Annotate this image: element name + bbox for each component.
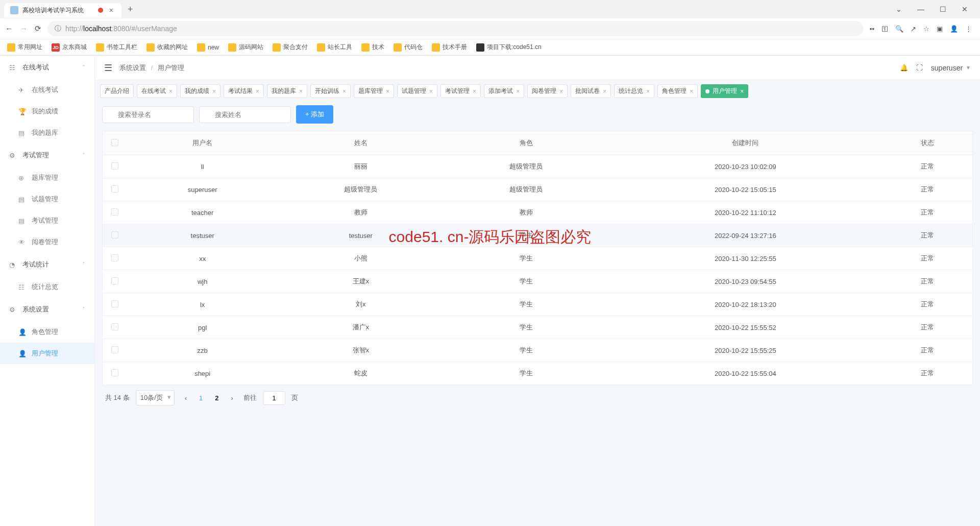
profile-icon[interactable]: 👤: [950, 25, 958, 33]
sidebar-item[interactable]: ⊕题库管理: [0, 167, 94, 188]
search-icon[interactable]: 🔍: [895, 25, 903, 33]
maximize-button[interactable]: ☐: [936, 3, 950, 15]
share-icon[interactable]: ↗: [911, 25, 916, 33]
tab-close-icon[interactable]: ×: [169, 88, 173, 95]
sidebar-group-head[interactable]: ☷在线考试˄: [0, 56, 94, 79]
tab-close-icon[interactable]: ×: [559, 88, 563, 95]
forward-button[interactable]: →: [20, 24, 28, 33]
sidebar-group-head[interactable]: ◔考试统计˄: [0, 253, 94, 276]
bookmark-item[interactable]: 技术: [361, 43, 384, 52]
user-menu[interactable]: superuser ▼: [931, 64, 971, 72]
video-icon[interactable]: ▪▪: [870, 25, 874, 33]
view-tab[interactable]: 开始训练×: [310, 84, 351, 98]
table-row[interactable]: zzb 张智x 学生 2020-10-22 15:55:25 正常: [103, 339, 973, 362]
browser-tab[interactable]: 高校培训考试学习系统 ×: [4, 3, 121, 18]
view-tab[interactable]: 试题管理×: [397, 84, 437, 98]
search-loginname-input[interactable]: [102, 106, 194, 123]
new-tab-button[interactable]: +: [121, 4, 139, 15]
table-row[interactable]: superuser 超级管理员 超级管理员 2020-10-22 15:05:1…: [103, 178, 973, 201]
bookmark-item[interactable]: 技术手册: [432, 43, 467, 52]
next-page[interactable]: ›: [227, 392, 237, 404]
table-row[interactable]: pgl 潘广x 学生 2020-10-22 15:55:52 正常: [103, 316, 973, 339]
bookmark-item[interactable]: 站长工具: [317, 43, 352, 52]
row-checkbox[interactable]: [111, 231, 118, 238]
table-row[interactable]: testuser testuser 学生 2022-09-24 13:27:16…: [103, 224, 973, 247]
view-tab[interactable]: 考试结果×: [224, 84, 264, 98]
goto-input[interactable]: [263, 391, 285, 405]
prev-page[interactable]: ‹: [181, 392, 191, 404]
search-name-input[interactable]: [199, 106, 291, 123]
tab-close-icon[interactable]: ×: [646, 88, 650, 95]
site-info-icon[interactable]: ⓘ: [55, 24, 61, 33]
sidebar-item[interactable]: ☷统计总览: [0, 276, 94, 298]
tab-close-icon[interactable]: ×: [386, 88, 389, 95]
sidebar-item[interactable]: 👤用户管理: [0, 343, 94, 364]
tab-close-icon[interactable]: ×: [603, 88, 606, 95]
tab-close-icon[interactable]: ×: [690, 88, 693, 95]
bookmark-item[interactable]: 源码网站: [228, 43, 263, 52]
page-number[interactable]: 2: [211, 392, 223, 404]
table-row[interactable]: ll 丽丽 超级管理员 2020-10-23 10:02:09 正常: [103, 155, 973, 178]
page-number[interactable]: 1: [195, 392, 207, 404]
sidebar-item[interactable]: ▤我的题库: [0, 122, 94, 144]
panel-icon[interactable]: ▣: [937, 25, 943, 33]
star-icon[interactable]: ☆: [923, 25, 929, 33]
view-tab[interactable]: 在线考试×: [137, 84, 177, 98]
sidebar-item[interactable]: ✈在线考试: [0, 79, 94, 101]
checkbox-all[interactable]: [111, 139, 118, 146]
view-tab[interactable]: 批阅试卷×: [571, 84, 611, 98]
row-checkbox[interactable]: [111, 162, 118, 170]
sidebar-item[interactable]: ▤考试管理: [0, 210, 94, 231]
view-tab[interactable]: 产品介绍: [100, 84, 134, 98]
tab-close-icon[interactable]: ×: [429, 88, 433, 95]
bookmark-item[interactable]: 收藏的网址: [146, 43, 188, 52]
row-checkbox[interactable]: [111, 346, 118, 353]
sidebar-group-head[interactable]: ⚙考试管理˄: [0, 144, 94, 167]
table-row[interactable]: xx 小熊 学生 2020-11-30 12:25:55 正常: [103, 247, 973, 270]
bookmark-item[interactable]: 代码仓: [394, 43, 423, 52]
menu-icon[interactable]: ⋮: [965, 25, 972, 33]
table-row[interactable]: shepi 蛇皮 学生 2020-10-22 15:55:04 正常: [103, 362, 973, 385]
tab-close-icon[interactable]: ×: [473, 88, 476, 95]
bookmark-item[interactable]: 聚合支付: [273, 43, 308, 52]
view-tab[interactable]: 阅卷管理×: [527, 84, 568, 98]
page-size-select[interactable]: 10条/页: [136, 390, 175, 405]
back-button[interactable]: ←: [5, 24, 13, 33]
view-tab[interactable]: 题库管理×: [354, 84, 394, 98]
minimize-button[interactable]: —: [913, 3, 928, 15]
sidebar-item[interactable]: 👁阅卷管理: [0, 231, 94, 253]
sidebar-group-head[interactable]: ⚙系统设置˄: [0, 298, 94, 321]
tab-close-icon[interactable]: ×: [342, 88, 346, 95]
tab-close-icon[interactable]: ×: [740, 88, 744, 95]
sidebar-item[interactable]: 👤角色管理: [0, 321, 94, 343]
row-checkbox[interactable]: [111, 323, 118, 330]
tab-close-icon[interactable]: ×: [516, 88, 520, 95]
crumb-parent[interactable]: 系统设置: [119, 64, 146, 71]
tab-close-icon[interactable]: ×: [256, 88, 259, 95]
view-tab[interactable]: 统计总览×: [614, 84, 654, 98]
row-checkbox[interactable]: [111, 254, 118, 261]
view-tab[interactable]: 我的题库×: [267, 84, 307, 98]
bookmark-item[interactable]: 项目下载:code51.cn: [476, 43, 542, 52]
sidebar-item[interactable]: 🏆我的成绩: [0, 101, 94, 122]
hamburger-icon[interactable]: ☰: [104, 62, 112, 74]
view-tab[interactable]: 考试管理×: [440, 84, 481, 98]
key-icon[interactable]: ⚿: [881, 25, 888, 33]
view-tab-active[interactable]: 用户管理×: [701, 84, 748, 98]
bookmark-item[interactable]: JD京东商城: [52, 43, 87, 52]
bookmark-item[interactable]: new: [197, 43, 219, 52]
bookmark-item[interactable]: 书签工具栏: [96, 43, 137, 52]
tab-close-button[interactable]: ×: [107, 6, 115, 14]
add-button[interactable]: + 添加: [296, 105, 333, 124]
table-row[interactable]: wjh 王建x 学生 2020-10-23 09:54:55 正常: [103, 270, 973, 293]
row-checkbox[interactable]: [111, 369, 118, 376]
fullscreen-icon[interactable]: ⛶: [916, 64, 923, 71]
tab-close-icon[interactable]: ×: [299, 88, 303, 95]
bookmark-item[interactable]: 常用网址: [7, 43, 42, 52]
view-tab[interactable]: 角色管理×: [657, 84, 698, 98]
dropdown-icon[interactable]: ⌄: [892, 3, 906, 15]
reload-button[interactable]: ⟳: [35, 24, 41, 33]
table-row[interactable]: teacher 教师 教师 2020-10-22 11:10:12 正常: [103, 201, 973, 224]
view-tab[interactable]: 添加考试×: [484, 84, 524, 98]
row-checkbox[interactable]: [111, 277, 118, 284]
